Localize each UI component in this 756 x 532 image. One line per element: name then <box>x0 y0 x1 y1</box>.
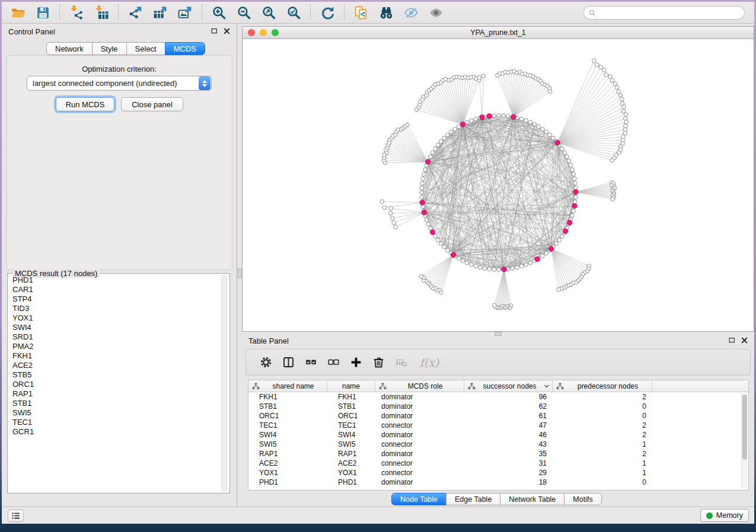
table-cell[interactable]: SWI5 <box>248 440 327 449</box>
graph-node[interactable] <box>394 225 398 229</box>
show-all-button[interactable] <box>423 4 448 21</box>
mcds-graph-node[interactable] <box>535 257 540 261</box>
graph-node[interactable] <box>573 200 578 204</box>
tab-select[interactable]: Select <box>126 42 165 55</box>
graph-node[interactable] <box>470 118 474 123</box>
table-row[interactable]: PHD1PHD1dominator180 <box>248 477 748 487</box>
search-box[interactable] <box>583 6 745 20</box>
graph-node[interactable] <box>436 238 440 242</box>
table-cell[interactable]: 2 <box>553 430 652 440</box>
close-panel-icon[interactable] <box>223 27 231 35</box>
graph-node[interactable] <box>524 262 528 267</box>
mcds-graph-node[interactable] <box>487 114 492 118</box>
graph-node[interactable] <box>479 265 483 270</box>
mcds-result-item[interactable]: TEC1 <box>9 418 220 427</box>
add-column-button[interactable] <box>344 352 367 373</box>
graph-node[interactable] <box>406 123 410 127</box>
copy-button[interactable] <box>349 4 374 21</box>
settings-gear-button[interactable] <box>254 352 277 373</box>
tab-mcds[interactable]: MCDS <box>165 42 205 55</box>
graph-node[interactable] <box>624 113 628 117</box>
graph-node[interactable] <box>492 267 496 271</box>
graph-node[interactable] <box>624 120 629 124</box>
graph-node[interactable] <box>537 124 541 129</box>
graph-node[interactable] <box>544 130 548 134</box>
graph-node[interactable] <box>570 168 575 172</box>
table-cell[interactable]: YOX1 <box>327 468 375 477</box>
import-table-button[interactable] <box>89 4 114 21</box>
table-row[interactable]: RAP1RAP1dominator352 <box>248 449 748 459</box>
table-row[interactable]: ORC1ORC1dominator610 <box>248 411 748 421</box>
tab-network[interactable]: Network <box>46 42 92 55</box>
graph-node[interactable] <box>436 143 440 148</box>
graph-node[interactable] <box>567 159 571 163</box>
graph-node[interactable] <box>528 120 532 124</box>
mcds-result-item[interactable]: ACE2 <box>9 361 220 370</box>
float-panel-icon[interactable] <box>728 336 736 344</box>
graph-node[interactable] <box>433 147 438 151</box>
mcds-graph-node[interactable] <box>511 114 516 119</box>
graph-node[interactable] <box>551 136 556 140</box>
graph-node[interactable] <box>474 264 478 268</box>
graph-node[interactable] <box>439 242 443 246</box>
network-canvas[interactable] <box>243 39 754 331</box>
horizontal-splitter-handle[interactable] <box>495 332 502 336</box>
table-cell[interactable]: 35 <box>464 449 553 459</box>
graph-node[interactable] <box>420 181 425 185</box>
mcds-graph-node[interactable] <box>422 210 426 214</box>
table-cell[interactable]: connector <box>375 468 464 477</box>
table-cell[interactable]: RAP1 <box>248 449 327 459</box>
graph-node[interactable] <box>388 211 393 216</box>
float-panel-icon[interactable] <box>210 27 218 35</box>
table-cell[interactable]: dominator <box>375 402 464 411</box>
table-cell[interactable]: 0 <box>553 402 652 411</box>
column-header-name[interactable]: name <box>327 380 375 392</box>
graph-node[interactable] <box>487 267 492 271</box>
graph-node[interactable] <box>599 65 603 69</box>
close-panel-button[interactable]: Close panel <box>121 97 183 111</box>
table-cell[interactable]: TEC1 <box>248 421 327 430</box>
run-mcds-button[interactable]: Run MCDS <box>56 97 114 111</box>
graph-node[interactable] <box>390 216 394 220</box>
table-cell[interactable]: 29 <box>464 468 553 477</box>
graph-node[interactable] <box>483 267 487 271</box>
graph-node[interactable] <box>392 221 396 225</box>
table-cell[interactable]: dominator <box>375 449 464 459</box>
save-button[interactable] <box>30 4 55 21</box>
mcds-result-item[interactable]: PHD1 <box>9 275 220 285</box>
network-graph[interactable] <box>243 39 754 331</box>
export-table-button[interactable] <box>148 4 173 21</box>
mcds-result-item[interactable]: RAP1 <box>9 389 220 399</box>
zoom-selected-button[interactable] <box>281 4 306 21</box>
mcds-result-item[interactable]: STP4 <box>9 294 220 304</box>
mcds-graph-node[interactable] <box>502 267 506 271</box>
table-cell[interactable]: 62 <box>464 402 553 411</box>
mcds-graph-node[interactable] <box>430 230 435 235</box>
export-network-button[interactable] <box>123 4 148 21</box>
column-header-successor-nodes[interactable]: successor nodes <box>464 380 553 392</box>
close-panel-icon[interactable] <box>741 336 748 344</box>
table-cell[interactable]: 2 <box>553 421 652 430</box>
table-cell[interactable]: connector <box>375 421 464 430</box>
graph-node[interactable] <box>615 85 619 89</box>
table-cell[interactable]: 1 <box>553 468 652 477</box>
table-row[interactable]: STB1STB1dominator620 <box>248 402 748 411</box>
table-row[interactable]: SWI4SWI4dominator462 <box>248 430 748 440</box>
graph-node[interactable] <box>474 117 478 121</box>
graph-node[interactable] <box>481 74 486 78</box>
graph-node[interactable] <box>573 196 578 200</box>
table-cell[interactable]: ORC1 <box>248 411 327 421</box>
graph-node[interactable] <box>420 191 424 195</box>
mcds-result-item[interactable]: PMA2 <box>9 342 220 351</box>
mcds-result-item[interactable]: SWI4 <box>9 323 220 332</box>
graph-node[interactable] <box>515 265 519 270</box>
table-cell[interactable]: RAP1 <box>327 449 375 459</box>
graph-node[interactable] <box>595 63 599 67</box>
table-cell[interactable]: 1 <box>553 459 652 468</box>
mcds-result-item[interactable]: FKH1 <box>9 351 220 361</box>
column-header-MCDS-role[interactable]: MCDS role <box>375 380 464 392</box>
mcds-result-item[interactable]: STB5 <box>9 370 220 380</box>
graph-node[interactable] <box>433 235 438 239</box>
graph-node[interactable] <box>557 287 561 291</box>
graph-node[interactable] <box>492 114 496 118</box>
